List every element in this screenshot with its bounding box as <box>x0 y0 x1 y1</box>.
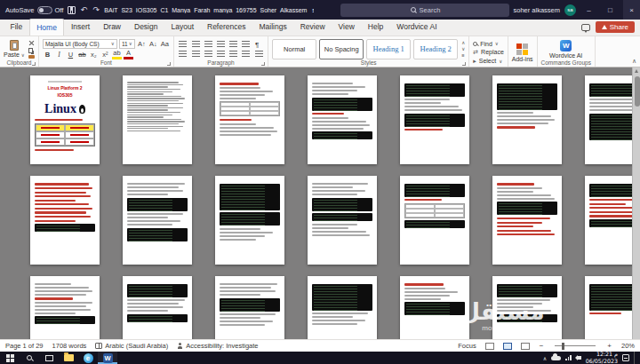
task-view-button[interactable] <box>39 352 59 364</box>
align-right-icon[interactable] <box>204 51 212 58</box>
collapse-ribbon-icon[interactable]: ∧ <box>632 58 636 65</box>
tab-references[interactable]: References <box>201 19 252 36</box>
replace-button[interactable]: ⇄Replace <box>473 49 504 56</box>
tab-help[interactable]: Help <box>361 19 389 36</box>
language-indicator[interactable]: Arabic (Saudi Arabia) <box>95 342 168 350</box>
copy-icon[interactable] <box>28 48 33 53</box>
bullets-icon[interactable] <box>179 41 187 48</box>
start-button[interactable] <box>0 352 20 364</box>
page-indicator[interactable]: Page 1 of 29 <box>5 342 44 350</box>
save-button[interactable] <box>67 0 76 20</box>
align-left-icon[interactable] <box>179 51 187 58</box>
numbering-icon[interactable] <box>192 41 200 48</box>
decrease-indent-icon[interactable] <box>217 41 225 48</box>
addins-label[interactable]: Add-ins <box>512 56 533 62</box>
undo-button[interactable]: ↶ <box>79 0 88 20</box>
page-thumbnail[interactable] <box>492 75 562 164</box>
network-icon[interactable] <box>565 355 572 360</box>
print-layout-icon[interactable] <box>503 343 512 350</box>
addins-icon[interactable] <box>516 44 528 55</box>
strikethrough-button[interactable]: ab <box>77 50 87 59</box>
comments-icon[interactable] <box>581 24 590 31</box>
volume-icon[interactable] <box>578 356 581 360</box>
page-thumbnail[interactable] <box>308 276 377 339</box>
autosave-toggle[interactable]: AutoSave Off <box>5 6 63 14</box>
taskbar-search-button[interactable] <box>20 352 39 364</box>
page-thumbnail[interactable] <box>30 176 100 265</box>
vertical-scrollbar[interactable] <box>632 67 640 339</box>
tab-insert[interactable]: Insert <box>64 19 96 36</box>
close-button[interactable]: × <box>623 0 640 20</box>
shading-icon[interactable] <box>242 51 250 58</box>
wordvice-ai-icon[interactable]: W <box>560 40 572 51</box>
tab-draw[interactable]: Draw <box>97 19 128 36</box>
web-layout-icon[interactable] <box>521 343 530 350</box>
zoom-in-button[interactable]: + <box>606 342 612 350</box>
page-thumbnail[interactable] <box>492 276 562 339</box>
tab-design[interactable]: Design <box>128 19 164 36</box>
page-thumbnail[interactable] <box>400 176 469 265</box>
find-button[interactable]: Find∨ <box>473 41 499 47</box>
zoom-out-button[interactable]: − <box>539 342 545 350</box>
show-paragraph-marks-icon[interactable]: ¶ <box>255 41 259 49</box>
page-thumbnail[interactable] <box>308 75 377 164</box>
borders-icon[interactable] <box>255 51 263 58</box>
page-thumbnail[interactable] <box>308 176 377 265</box>
wordvice-ai-label[interactable]: Wordvice AI <box>549 52 582 59</box>
tab-review[interactable]: Review <box>293 19 332 36</box>
dialog-launcher-icon[interactable] <box>32 62 36 66</box>
styles-scroll-down-icon[interactable]: ∨ <box>461 46 465 51</box>
dialog-launcher-icon[interactable] <box>261 62 265 66</box>
style-heading-2[interactable]: Heading 2 <box>413 39 458 59</box>
paste-button[interactable]: Paste ∨ <box>4 40 25 58</box>
autosave-switch-icon[interactable] <box>37 6 52 14</box>
page-thumbnail[interactable]: Linux Platform 2IOS305Linux <box>30 75 100 164</box>
user-name[interactable]: soher alkassem <box>513 6 560 14</box>
zoom-level[interactable]: 20% <box>621 342 635 350</box>
cut-icon[interactable] <box>28 40 35 46</box>
tray-expand-icon[interactable]: ∧ <box>543 355 547 361</box>
dialog-launcher-icon[interactable] <box>167 62 171 66</box>
tab-mailings[interactable]: Mailings <box>252 19 293 36</box>
style-normal[interactable]: Normal <box>272 39 316 59</box>
format-painter-icon[interactable] <box>28 55 35 59</box>
page-thumbnail[interactable] <box>123 276 192 339</box>
line-spacing-icon[interactable] <box>229 51 237 58</box>
page-thumbnail[interactable] <box>215 176 284 265</box>
file-explorer-button[interactable] <box>59 352 78 364</box>
page-thumbnail[interactable] <box>30 276 100 339</box>
scroll-up-icon[interactable] <box>635 69 638 73</box>
word-count[interactable]: 1708 words <box>52 342 87 350</box>
bold-button[interactable]: B <box>43 50 52 59</box>
underline-button[interactable]: U <box>66 50 76 59</box>
document-canvas[interactable]: Linux Platform 2IOS305Linux مستقل mostaq… <box>0 67 640 339</box>
page-thumbnail[interactable] <box>400 276 469 339</box>
onedrive-icon[interactable] <box>551 356 561 360</box>
tab-wordvice-ai[interactable]: Wordvice AI <box>390 19 444 36</box>
focus-button[interactable]: Focus <box>458 342 476 350</box>
avatar[interactable]: sa <box>564 4 576 16</box>
page-thumbnail[interactable] <box>215 75 284 164</box>
document-title[interactable]: BAiT_S23_IOS305_C1_Manya_Farah_manya_169… <box>104 7 314 13</box>
style-no-spacing[interactable]: No Spacing <box>319 39 364 59</box>
italic-button[interactable]: I <box>54 50 64 59</box>
dialog-launcher-icon[interactable] <box>462 62 466 66</box>
tab-file[interactable]: File <box>4 19 29 36</box>
tab-layout[interactable]: Layout <box>164 19 201 36</box>
style-heading-1[interactable]: Heading 1 <box>366 39 411 59</box>
align-center-icon[interactable] <box>192 51 200 58</box>
taskbar-clock[interactable]: 12:21 م 06/05/2023 <box>586 351 618 364</box>
show-desktop-button[interactable] <box>634 352 637 364</box>
search-box[interactable]: Search <box>340 4 509 17</box>
word-button[interactable]: W <box>98 352 117 364</box>
font-size-combo[interactable]: 11∨ <box>119 39 135 49</box>
multilevel-list-icon[interactable] <box>204 41 212 48</box>
styles-more-icon[interactable]: ≡ <box>461 52 465 58</box>
page-thumbnail[interactable] <box>215 276 284 339</box>
highlight-color-button[interactable]: ab <box>112 50 122 59</box>
minimize-button[interactable]: – <box>580 0 597 20</box>
share-button[interactable]: Share <box>596 21 635 33</box>
grow-font-button[interactable]: A↑ <box>137 39 147 49</box>
scrollbar-thumb[interactable] <box>635 76 640 107</box>
read-mode-icon[interactable] <box>485 343 494 350</box>
